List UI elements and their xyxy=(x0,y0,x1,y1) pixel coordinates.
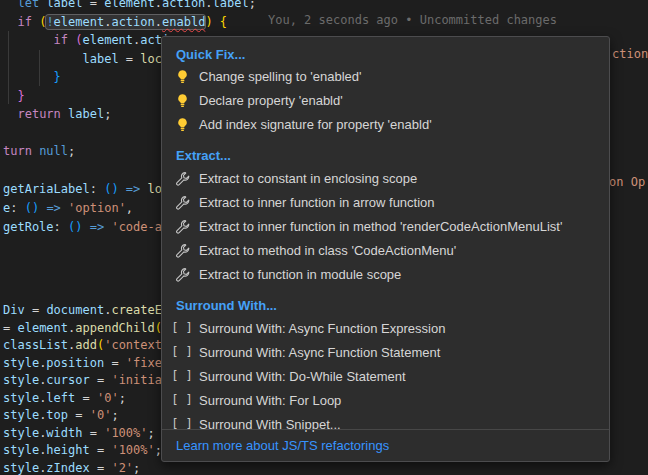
menu-item-label: Declare property 'enabld' xyxy=(199,93,343,108)
code-token: '0' xyxy=(97,391,119,405)
code-token xyxy=(3,107,17,121)
code-token xyxy=(3,0,17,10)
code-line: e: () => 'option', xyxy=(3,199,162,218)
code-token: ; xyxy=(249,0,256,10)
code-line: style.position = 'fixe xyxy=(3,355,162,373)
code-line: style.top = '0'; xyxy=(3,407,162,425)
code-token xyxy=(140,182,147,196)
code-token: => xyxy=(90,220,104,234)
code-token: 'fixe xyxy=(126,356,162,370)
wrench-icon xyxy=(174,266,190,282)
code-token: 'context xyxy=(104,338,162,352)
code-token: if xyxy=(17,15,31,29)
code-token xyxy=(119,182,126,196)
code-token: ! xyxy=(46,15,53,29)
code-line: style.zIndex = '2'; xyxy=(3,460,162,475)
code-token: = xyxy=(104,356,126,370)
code-token: add xyxy=(75,338,97,352)
code-token: style xyxy=(3,408,39,422)
menu-item[interactable]: Extract to inner function in method 'ren… xyxy=(162,214,609,238)
menu-group-header: Extract... xyxy=(162,136,609,166)
menu-item[interactable]: Extract to method in class 'CodeActionMe… xyxy=(162,238,609,262)
code-token: => xyxy=(46,201,60,215)
wrench-icon xyxy=(174,242,190,258)
code-token: ; xyxy=(148,426,155,440)
code-line: if (!element.action.enabld) { xyxy=(3,13,256,32)
surround-brackets-icon: [ ] xyxy=(174,320,190,336)
word-highlight-box: !element.action.enabld xyxy=(46,15,205,29)
code-token xyxy=(3,89,17,103)
code-token: createE xyxy=(111,303,162,317)
code-token: = xyxy=(83,0,105,10)
code-token: top xyxy=(46,408,68,422)
menu-item-label: Surround With: For Loop xyxy=(199,393,341,408)
code-token xyxy=(61,107,68,121)
background-code-fragment: on Op xyxy=(609,175,645,189)
code-token: return xyxy=(17,107,60,121)
code-token: ; xyxy=(104,107,111,121)
menu-footer: Learn more about JS/TS refactorings xyxy=(162,429,609,461)
code-token: turn xyxy=(3,144,32,158)
code-token: = xyxy=(3,321,17,335)
code-token: Div xyxy=(3,303,25,317)
code-token xyxy=(3,52,82,66)
menu-item[interactable]: Add index signature for property 'enabld… xyxy=(162,112,609,136)
code-token: style xyxy=(3,461,39,475)
menu-item-label: Extract to method in class 'CodeActionMe… xyxy=(199,243,456,258)
menu-item-label: Extract to constant in enclosing scope xyxy=(199,171,417,186)
code-token: cursor xyxy=(46,373,89,387)
code-token: ) xyxy=(205,15,212,29)
surround-brackets-icon: [ ] xyxy=(174,368,190,384)
code-token: = xyxy=(90,443,112,457)
menu-group-header: Quick Fix... xyxy=(162,44,609,64)
lightbulb-icon xyxy=(174,68,190,84)
code-token: getAriaLabel xyxy=(3,182,90,196)
code-token: } xyxy=(17,89,24,103)
wrench-icon xyxy=(174,170,190,186)
vscode-editor-screen: let label = element.action.label; if (!e… xyxy=(0,0,648,475)
code-line: Div = document.createE xyxy=(3,302,162,320)
code-token: element xyxy=(104,0,155,10)
code-token: () xyxy=(25,201,39,215)
code-token: . xyxy=(155,0,162,10)
menu-item-label: Extract to inner function in method 'ren… xyxy=(199,219,562,234)
menu-item[interactable]: Extract to constant in enclosing scope xyxy=(162,166,609,190)
git-blame-annotation: You, 2 seconds ago • Uncommitted changes xyxy=(268,13,557,27)
menu-item-label: Extract to function in module scope xyxy=(199,267,401,282)
code-token: = xyxy=(25,303,47,317)
code-token: . xyxy=(155,15,162,29)
code-token: = xyxy=(90,373,112,387)
menu-group: Extract...Extract to constant in enclosi… xyxy=(162,136,609,286)
code-line: classList.add('context xyxy=(3,337,162,355)
menu-item[interactable]: Extract to inner function in arrow funct… xyxy=(162,190,609,214)
code-token: style xyxy=(3,426,39,440)
menu-item[interactable]: Change spelling to 'enabled' xyxy=(162,64,609,88)
code-token: () xyxy=(68,220,82,234)
wrench-icon xyxy=(174,218,190,234)
code-token: : xyxy=(90,182,104,196)
code-token: enabld xyxy=(162,15,205,29)
menu-item[interactable]: [ ]Surround With: For Loop xyxy=(162,388,609,412)
code-token: . xyxy=(205,0,212,10)
menu-item[interactable]: Declare property 'enabld' xyxy=(162,88,609,112)
menu-item[interactable]: [ ]Surround With: Do-While Statement xyxy=(162,364,609,388)
code-line: style.width = '100%'; xyxy=(3,425,162,443)
menu-item[interactable]: [ ]Surround With: Async Function Express… xyxy=(162,316,609,340)
menu-item[interactable]: Extract to function in module scope xyxy=(162,262,609,286)
learn-more-link[interactable]: Learn more about JS/TS refactorings xyxy=(176,438,389,453)
code-token: element xyxy=(17,321,68,335)
code-token: = xyxy=(75,391,97,405)
code-token: if xyxy=(54,33,68,47)
code-token: = xyxy=(90,461,112,475)
code-token: 'initia xyxy=(111,373,162,387)
code-token: action xyxy=(111,15,154,29)
code-token: null xyxy=(39,144,68,158)
surround-brackets-icon: [ ] xyxy=(174,344,190,360)
code-token xyxy=(3,33,54,47)
code-token: label xyxy=(213,0,249,10)
code-token: element xyxy=(83,33,134,47)
code-token: element xyxy=(54,15,105,29)
code-token: { xyxy=(220,15,227,29)
menu-item[interactable]: [ ]Surround With: Async Function Stateme… xyxy=(162,340,609,364)
code-token: ; xyxy=(133,461,140,475)
